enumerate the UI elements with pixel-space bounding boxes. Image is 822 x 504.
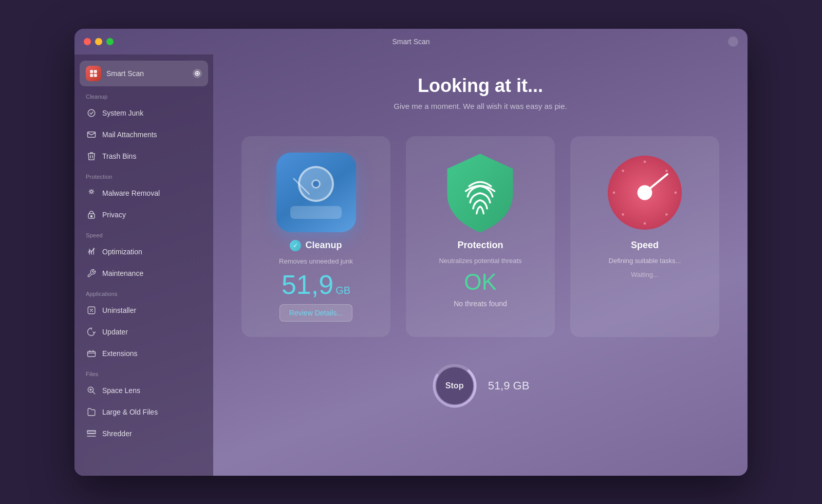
sidebar-item-shredder[interactable]: Shredder bbox=[80, 423, 208, 444]
cleanup-value-row: 51,9 GB bbox=[282, 271, 350, 298]
malware-removal-icon bbox=[86, 188, 97, 199]
maximize-button[interactable] bbox=[106, 38, 114, 45]
cleanup-value: 51,9 bbox=[282, 271, 333, 298]
page-title: Looking at it... bbox=[418, 75, 543, 97]
svg-point-26 bbox=[638, 185, 652, 200]
svg-point-19 bbox=[613, 191, 615, 194]
trash-bins-label: Trash Bins bbox=[102, 152, 136, 160]
cleanup-check-icon: ✓ bbox=[290, 240, 301, 251]
window-title: Smart Scan bbox=[392, 38, 429, 46]
extensions-label: Extensions bbox=[102, 349, 137, 358]
large-old-files-label: Large & Old Files bbox=[102, 408, 158, 416]
speed-card: Speed Defining suitable tasks... Waiting… bbox=[570, 136, 719, 337]
minimize-button[interactable] bbox=[95, 38, 102, 45]
protection-card-title: Protection bbox=[457, 240, 503, 251]
speed-card-title: Speed bbox=[631, 240, 659, 251]
svg-point-17 bbox=[644, 160, 646, 163]
cards-row: ✓ Cleanup Removes unneeded junk 51,9 GB … bbox=[234, 136, 727, 337]
sidebar-item-malware-removal[interactable]: Malware Removal bbox=[80, 183, 208, 203]
protection-section-label: Protection bbox=[74, 167, 213, 182]
cleanup-card-subtitle: Removes unneeded junk bbox=[279, 257, 353, 265]
svg-point-21 bbox=[622, 170, 624, 172]
protection-status-value: OK bbox=[464, 271, 497, 293]
page-subtitle: Give me a moment. We all wish it was eas… bbox=[394, 102, 567, 110]
mail-attachments-label: Mail Attachments bbox=[102, 130, 157, 139]
updater-icon bbox=[86, 326, 97, 338]
sidebar-item-privacy[interactable]: Privacy bbox=[80, 204, 208, 225]
maintenance-icon bbox=[86, 268, 97, 279]
traffic-lights bbox=[84, 38, 114, 45]
cleanup-title-row: ✓ Cleanup bbox=[290, 240, 342, 251]
svg-point-10 bbox=[91, 215, 92, 217]
mail-attachments-icon bbox=[86, 129, 97, 140]
svg-point-22 bbox=[665, 170, 668, 172]
sidebar-item-large-old-files[interactable]: Large & Old Files bbox=[80, 402, 208, 422]
sidebar-item-smart-scan[interactable]: Smart Scan bbox=[80, 61, 208, 86]
svg-rect-0 bbox=[90, 70, 93, 73]
svg-point-18 bbox=[644, 222, 646, 225]
svg-line-15 bbox=[294, 179, 309, 194]
svg-point-20 bbox=[675, 191, 677, 194]
sidebar-item-maintenance[interactable]: Maintenance bbox=[80, 263, 208, 284]
sidebar-item-mail-attachments[interactable]: Mail Attachments bbox=[80, 124, 208, 145]
malware-removal-label: Malware Removal bbox=[102, 189, 160, 197]
sidebar-item-trash-bins[interactable]: Trash Bins bbox=[80, 146, 208, 166]
svg-point-24 bbox=[665, 213, 668, 216]
active-indicator bbox=[193, 69, 202, 78]
svg-rect-12 bbox=[88, 351, 96, 357]
cleanup-value-unit: GB bbox=[335, 285, 350, 295]
svg-point-6 bbox=[88, 109, 95, 117]
protection-icon-area bbox=[439, 152, 521, 234]
sidebar-item-space-lens[interactable]: Space Lens bbox=[80, 380, 208, 401]
stop-area: Stop 51,9 GB bbox=[432, 363, 530, 409]
uninstaller-label: Uninstaller bbox=[102, 306, 136, 314]
stop-button[interactable]: Stop bbox=[436, 367, 473, 404]
files-section-label: Files bbox=[74, 365, 213, 379]
titlebar: Smart Scan bbox=[74, 29, 748, 54]
sidebar-item-updater[interactable]: Updater bbox=[80, 322, 208, 342]
uninstaller-icon bbox=[86, 305, 97, 316]
cleanup-card-title: Cleanup bbox=[305, 240, 342, 251]
cleanup-card: ✓ Cleanup Removes unneeded junk 51,9 GB … bbox=[241, 136, 390, 337]
shredder-icon bbox=[86, 428, 97, 439]
sidebar-item-extensions[interactable]: Extensions bbox=[80, 343, 208, 364]
svg-rect-3 bbox=[94, 73, 97, 77]
cleanup-section-label: Cleanup bbox=[74, 87, 213, 102]
stop-ring: Stop bbox=[432, 363, 478, 409]
waiting-label: Waiting... bbox=[631, 271, 659, 278]
privacy-label: Privacy bbox=[102, 211, 126, 219]
review-details-button[interactable]: Review Details... bbox=[279, 304, 352, 322]
privacy-icon bbox=[86, 209, 97, 220]
space-lens-icon bbox=[86, 385, 97, 396]
svg-point-5 bbox=[196, 72, 198, 74]
sidebar-item-optimization[interactable]: Optimization bbox=[80, 241, 208, 262]
disk-icon bbox=[276, 153, 356, 232]
no-threats-label: No threats found bbox=[454, 300, 507, 308]
large-old-files-icon bbox=[86, 406, 97, 418]
svg-point-23 bbox=[622, 213, 624, 216]
optimization-label: Optimization bbox=[102, 248, 142, 256]
smart-scan-icon bbox=[86, 66, 101, 81]
speed-section-label: Speed bbox=[74, 226, 213, 240]
system-junk-label: System Junk bbox=[102, 109, 143, 117]
content-area: Smart Scan Cleanup System Junk bbox=[74, 54, 748, 476]
disk-body bbox=[290, 206, 342, 219]
trash-bins-icon bbox=[86, 151, 97, 162]
sidebar: Smart Scan Cleanup System Junk bbox=[74, 54, 213, 476]
gauge-svg bbox=[604, 141, 686, 244]
svg-rect-2 bbox=[90, 73, 93, 77]
applications-section-label: Applications bbox=[74, 285, 213, 299]
extensions-icon bbox=[86, 348, 97, 359]
space-lens-label: Space Lens bbox=[102, 386, 140, 395]
cleanup-icon-area bbox=[275, 152, 357, 234]
maintenance-label: Maintenance bbox=[102, 269, 143, 277]
smart-scan-label: Smart Scan bbox=[106, 69, 144, 78]
svg-point-8 bbox=[90, 190, 93, 193]
optimization-icon bbox=[86, 246, 97, 257]
close-button[interactable] bbox=[84, 38, 91, 45]
sidebar-item-system-junk[interactable]: System Junk bbox=[80, 103, 208, 123]
sidebar-item-uninstaller[interactable]: Uninstaller bbox=[80, 300, 208, 321]
speed-card-subtitle: Defining suitable tasks... bbox=[609, 257, 681, 265]
titlebar-action-button[interactable] bbox=[728, 36, 738, 47]
protection-card-subtitle: Neutralizes potential threats bbox=[439, 257, 521, 265]
